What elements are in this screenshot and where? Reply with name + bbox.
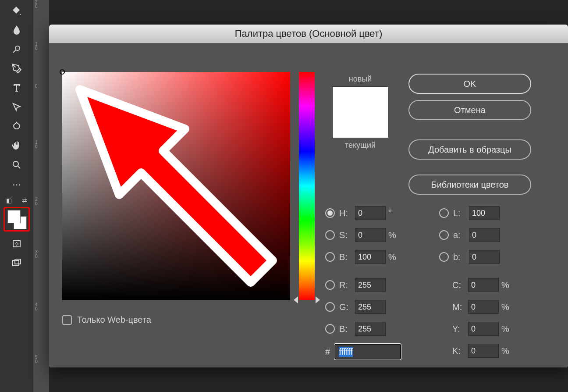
custom-shape-tool[interactable] (6, 117, 27, 136)
hex-input[interactable] (334, 344, 401, 360)
default-swap-colors[interactable]: ◧ ⇄ (6, 196, 27, 205)
ruler-tick: 0 (35, 360, 47, 364)
lab-l-radio[interactable] (439, 208, 449, 218)
red-input[interactable] (355, 278, 386, 292)
cancel-button[interactable]: Отмена (408, 100, 531, 120)
type-tool[interactable] (6, 78, 27, 97)
dialog-titlebar[interactable]: Палитра цветов (Основной цвет) (49, 25, 568, 43)
dialog-title: Палитра цветов (Основной цвет) (235, 28, 383, 39)
lab-b-label: b: (453, 252, 469, 262)
yellow-row: Y: % (452, 322, 515, 336)
magenta-label: M: (452, 302, 468, 312)
blue-input[interactable] (355, 322, 386, 336)
ruler-tick: 0 (35, 4, 47, 9)
svg-point-3 (15, 242, 18, 245)
web-colors-only-label: Только Web-цвета (77, 315, 151, 325)
zoom-tool[interactable] (6, 155, 27, 175)
foreground-color-swatch[interactable] (7, 210, 21, 223)
brightness-radio[interactable] (325, 252, 335, 262)
red-row: R: (325, 278, 386, 292)
dodge-tool[interactable] (6, 39, 27, 59)
ok-button[interactable]: OK (408, 74, 531, 94)
svg-point-0 (15, 46, 20, 50)
hue-input[interactable] (355, 206, 386, 220)
vertical-ruler[interactable]: 2 0 1 0 0 1 0 2 0 3 0 4 0 5 0 (33, 0, 49, 392)
new-color-label: новый (325, 75, 395, 84)
cyan-row: C: % (452, 278, 515, 292)
green-radio[interactable] (325, 302, 335, 312)
saturation-input[interactable] (355, 228, 386, 242)
default-colors-icon[interactable]: ◧ (6, 197, 12, 204)
web-colors-only-checkbox[interactable]: Только Web-цвета (62, 315, 151, 325)
color-picker-dialog: Палитра цветов (Основной цвет) новый тек… (49, 25, 568, 367)
hand-tool[interactable] (6, 136, 27, 155)
lab-l-row: L: (439, 206, 500, 220)
yellow-suffix: % (501, 324, 515, 334)
brightness-input[interactable] (355, 250, 386, 264)
black-input[interactable] (468, 344, 499, 358)
cyan-label: C: (452, 280, 468, 290)
svg-point-1 (13, 161, 18, 167)
black-suffix: % (501, 346, 515, 356)
lab-a-radio[interactable] (439, 230, 449, 240)
green-input[interactable] (355, 300, 386, 314)
color-field[interactable] (62, 72, 290, 300)
cyan-suffix: % (501, 280, 515, 290)
ruler-tick: 0 (35, 46, 47, 51)
magenta-row: M: % (452, 300, 515, 314)
ruler-tick: 0 (35, 84, 47, 89)
brightness-label: B: (339, 252, 355, 262)
color-field-cursor (60, 69, 65, 75)
green-row: G: (325, 300, 386, 314)
yellow-input[interactable] (468, 322, 499, 336)
ruler-tick: 0 (35, 145, 47, 149)
ruler-tick: 0 (35, 254, 47, 259)
edit-toolbar-button[interactable]: ··· (6, 175, 27, 194)
toolbar: ··· ◧ ⇄ (0, 0, 33, 392)
saturation-label: S: (339, 230, 355, 240)
hex-prefix: # (325, 347, 330, 357)
hue-suffix: ° (388, 208, 401, 218)
lab-b-radio[interactable] (439, 252, 449, 262)
add-to-swatches-button[interactable]: Добавить в образцы (408, 139, 531, 160)
path-selection-tool[interactable] (6, 97, 27, 117)
hue-radio[interactable] (325, 208, 335, 218)
current-color-label: текущий (325, 141, 395, 150)
color-libraries-button[interactable]: Библиотеки цветов (408, 175, 531, 195)
swap-colors-icon[interactable]: ⇄ (22, 197, 27, 204)
blue-radio[interactable] (325, 324, 335, 334)
lab-b-row: b: (439, 250, 500, 264)
magenta-suffix: % (501, 302, 515, 312)
lab-a-label: a: (453, 230, 469, 240)
red-radio[interactable] (325, 280, 335, 290)
hue-slider[interactable] (299, 72, 315, 300)
saturation-row: S: % (325, 228, 401, 242)
green-label: G: (339, 302, 355, 312)
brightness-row: B: % (325, 250, 401, 264)
paint-bucket-tool[interactable] (6, 1, 27, 20)
screen-mode-tool[interactable] (6, 253, 27, 273)
lab-l-input[interactable] (469, 206, 500, 220)
blue-label: B: (339, 324, 355, 334)
cyan-input[interactable] (468, 278, 499, 292)
ruler-tick: 0 (35, 307, 47, 311)
blur-tool[interactable] (6, 20, 27, 39)
ruler-tick: 0 (35, 202, 47, 206)
hue-slider-handle[interactable] (316, 296, 320, 303)
foreground-background-color[interactable] (4, 207, 30, 232)
lab-b-input[interactable] (469, 250, 500, 264)
hex-row: # (325, 344, 401, 360)
pen-tool[interactable] (6, 59, 27, 78)
yellow-label: Y: (452, 324, 468, 334)
hue-slider-handle[interactable] (294, 296, 298, 303)
quick-mask-tool[interactable] (6, 234, 27, 253)
hue-label: H: (339, 208, 355, 218)
magenta-input[interactable] (468, 300, 499, 314)
new-color-swatch[interactable] (332, 86, 388, 138)
saturation-suffix: % (388, 230, 401, 240)
checkbox-icon[interactable] (62, 315, 72, 325)
blue-row: B: (325, 322, 386, 336)
saturation-radio[interactable] (325, 230, 335, 240)
color-preview: новый текущий (325, 75, 395, 150)
lab-a-input[interactable] (469, 228, 500, 242)
